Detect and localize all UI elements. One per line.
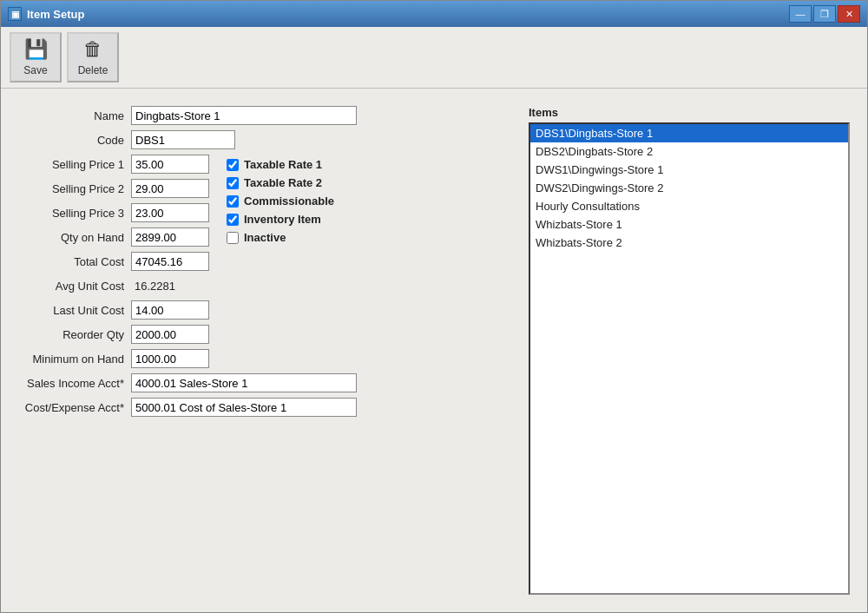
commissionable-row: Commissionable (227, 194, 334, 208)
taxable-rate-2-label: Taxable Rate 2 (244, 176, 322, 189)
list-item[interactable]: DWS2\Dingwings-Store 2 (530, 179, 848, 197)
title-bar: ▣ Item Setup — ❐ ✕ (1, 1, 867, 27)
inventory-item-checkbox[interactable] (227, 214, 239, 226)
sales-income-label: Sales Income Acct* (18, 377, 131, 390)
minimum-on-hand-input[interactable] (131, 349, 209, 368)
selling-price-3-row: Selling Price 3 (18, 203, 209, 222)
minimize-button[interactable]: — (789, 5, 812, 23)
cost-expense-label: Cost/Expense Acct* (18, 401, 131, 414)
total-cost-label: Total Cost (18, 255, 131, 268)
selling-price-2-row: Selling Price 2 (18, 179, 209, 198)
delete-label: Delete (78, 64, 108, 76)
sales-income-input[interactable] (131, 373, 357, 392)
title-buttons: — ❐ ✕ (789, 5, 860, 23)
title-bar-left: ▣ Item Setup (8, 7, 84, 21)
avg-unit-cost-row: Avg Unit Cost 16.2281 (18, 276, 503, 295)
inventory-item-row: Inventory Item (227, 213, 334, 226)
taxable-rate-2-checkbox[interactable] (227, 177, 239, 189)
qty-on-hand-input[interactable] (131, 227, 209, 247)
toolbar: 💾 Save 🗑 Delete (1, 27, 867, 89)
commissionable-label: Commissionable (244, 194, 334, 208)
taxable-rate-2-row: Taxable Rate 2 (227, 176, 334, 189)
code-row: Code (18, 130, 503, 149)
inactive-label: Inactive (244, 231, 286, 244)
selling-price-3-input[interactable] (131, 203, 209, 222)
total-cost-row: Total Cost (18, 252, 209, 271)
right-panel: Items DBS1\Dingbats-Store 1DBS2\Dingbats… (529, 106, 850, 595)
maximize-button[interactable]: ❐ (813, 5, 836, 23)
main-window: ▣ Item Setup — ❐ ✕ 💾 Save 🗑 Delete Name (0, 0, 868, 613)
list-item[interactable]: DBS2\Dingbats-Store 2 (530, 142, 848, 161)
list-item[interactable]: Whizbats-Store 1 (530, 215, 848, 234)
name-row: Name (18, 106, 503, 125)
content-area: Name Code Selling Price 1 Sel (1, 89, 867, 612)
price-fields: Selling Price 1 Selling Price 2 Selling … (18, 155, 209, 276)
cost-expense-input[interactable] (131, 398, 357, 417)
reorder-qty-input[interactable] (131, 325, 209, 344)
inactive-row: Inactive (227, 231, 334, 244)
save-icon: 💾 (24, 38, 48, 61)
window-title: Item Setup (27, 8, 84, 21)
commissionable-checkbox[interactable] (227, 195, 239, 208)
selling-price-3-label: Selling Price 3 (18, 207, 131, 220)
close-button[interactable]: ✕ (838, 5, 860, 23)
list-item[interactable]: Whizbats-Store 2 (530, 234, 848, 252)
delete-icon: 🗑 (83, 38, 102, 61)
sales-income-row: Sales Income Acct* (18, 373, 503, 392)
cost-expense-row: Cost/Expense Acct* (18, 398, 503, 417)
reorder-qty-label: Reorder Qty (18, 328, 131, 341)
taxable-rate-1-row: Taxable Rate 1 (227, 158, 334, 171)
inactive-checkbox[interactable] (227, 232, 239, 244)
avg-unit-cost-value: 16.2281 (131, 276, 179, 295)
app-icon: ▣ (8, 7, 22, 21)
checkbox-section: Taxable Rate 1 Taxable Rate 2 Commission… (227, 158, 334, 244)
qty-on-hand-label: Qty on Hand (18, 231, 131, 244)
items-panel-title: Items (529, 106, 850, 119)
taxable-rate-1-label: Taxable Rate 1 (244, 158, 322, 171)
taxable-rate-1-checkbox[interactable] (227, 159, 239, 171)
avg-unit-cost-label: Avg Unit Cost (18, 280, 131, 293)
last-unit-cost-row: Last Unit Cost (18, 300, 503, 320)
list-item[interactable]: DBS1\Dingbats-Store 1 (530, 124, 848, 142)
save-label: Save (23, 64, 47, 76)
delete-button[interactable]: 🗑 Delete (67, 32, 119, 82)
save-button[interactable]: 💾 Save (10, 32, 62, 82)
list-item[interactable]: Hourly Consultations (530, 197, 848, 215)
selling-price-1-row: Selling Price 1 (18, 155, 209, 174)
inventory-item-label: Inventory Item (244, 213, 321, 226)
code-label: Code (18, 134, 131, 147)
selling-price-2-label: Selling Price 2 (18, 182, 131, 195)
code-input[interactable] (131, 130, 235, 149)
reorder-qty-row: Reorder Qty (18, 325, 503, 344)
name-input[interactable] (131, 106, 357, 125)
selling-price-2-input[interactable] (131, 179, 209, 198)
name-label: Name (18, 109, 131, 122)
last-unit-cost-input[interactable] (131, 300, 209, 320)
minimum-on-hand-row: Minimum on Hand (18, 349, 503, 368)
total-cost-input[interactable] (131, 252, 209, 271)
list-item[interactable]: DWS1\Dingwings-Store 1 (530, 161, 848, 179)
last-unit-cost-label: Last Unit Cost (18, 304, 131, 317)
minimum-on-hand-label: Minimum on Hand (18, 353, 131, 366)
selling-price-1-input[interactable] (131, 155, 209, 174)
items-list[interactable]: DBS1\Dingbats-Store 1DBS2\Dingbats-Store… (529, 122, 850, 595)
qty-on-hand-row: Qty on Hand (18, 227, 209, 247)
selling-price-1-label: Selling Price 1 (18, 158, 131, 171)
left-panel: Name Code Selling Price 1 Sel (18, 106, 503, 595)
